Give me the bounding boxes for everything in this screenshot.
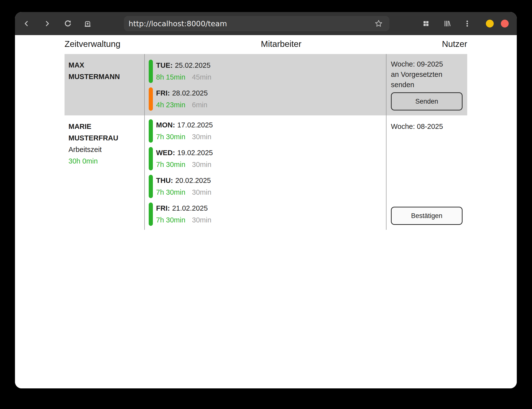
day-label: THU:	[156, 177, 173, 184]
entry-date-line: WED:19.02.2025	[156, 147, 213, 159]
entry-time-line: 7h 30min30min	[156, 131, 213, 143]
work-duration: 7h 30min	[156, 188, 185, 196]
entry-time-line: 4h 23min6min	[156, 99, 208, 111]
worktime-value: 30h 0min	[68, 155, 140, 167]
work-duration: 7h 30min	[156, 161, 185, 168]
work-duration: 7h 30min	[156, 216, 185, 224]
forward-button[interactable]	[44, 20, 50, 27]
employee-first-name: MAX	[68, 59, 140, 71]
status-bar	[149, 203, 153, 226]
address-bar: http://localhost:8000/team	[124, 16, 389, 31]
week-action-text: senden	[391, 80, 463, 90]
close-button[interactable]	[501, 20, 509, 27]
senden-button[interactable]: Senden	[391, 92, 463, 110]
entry-date: 20.02.2025	[175, 177, 211, 184]
week-action-cell: Woche: 08-2025 Bestätigen	[386, 115, 467, 230]
time-entry: TUE:25.02.2025 8h 15min45min	[149, 60, 386, 83]
employee-last-name: MUSTERFRAU	[68, 132, 140, 144]
status-bar	[149, 175, 153, 198]
status-bar	[149, 119, 153, 143]
back-button[interactable]	[23, 20, 30, 27]
pause-duration: 30min	[192, 216, 211, 224]
forward-icon	[44, 20, 50, 27]
page-nav: Zeitverwaltung Mitarbeiter Nutzer	[65, 35, 467, 52]
employee-name-cell: MARIE MUSTERFRAU Arbeitszeit 30h 0min	[65, 115, 144, 230]
pause-duration: 30min	[192, 161, 211, 168]
team-table: MAX MUSTERMANN TUE:25.02.2025 8h 15min45…	[65, 54, 467, 230]
status-bar	[149, 147, 153, 170]
bookmark-star-icon	[374, 19, 383, 28]
employee-row: MAX MUSTERMANN TUE:25.02.2025 8h 15min45…	[65, 54, 467, 115]
nav-mitarbeiter[interactable]: Mitarbeiter	[261, 39, 301, 49]
entry-date: 28.02.2025	[172, 89, 208, 97]
status-bar	[149, 60, 153, 83]
new-tab-button[interactable]	[84, 20, 92, 27]
entry-date-line: FRI:28.02.2025	[156, 87, 208, 99]
employee-first-name: MARIE	[68, 121, 140, 132]
day-label: FRI:	[156, 89, 170, 97]
nav-nutzer[interactable]: Nutzer	[442, 39, 467, 49]
nav-zeitverwaltung[interactable]: Zeitverwaltung	[65, 39, 120, 49]
tab-grid-icon	[422, 20, 430, 27]
menu-button[interactable]	[464, 20, 471, 27]
entry-date: 21.02.2025	[172, 204, 208, 212]
tab-overview-button[interactable]	[422, 20, 430, 27]
pause-duration: 45min	[192, 73, 211, 81]
day-label: FRI:	[156, 204, 170, 212]
time-entry: MON:17.02.2025 7h 30min30min	[149, 119, 386, 143]
entry-time-line: 7h 30min30min	[156, 187, 211, 198]
employee-row: MARIE MUSTERFRAU Arbeitszeit 30h 0min MO…	[65, 115, 467, 230]
browser-toolbar: http://localhost:8000/team	[15, 12, 517, 35]
entry-date: 25.02.2025	[175, 61, 211, 69]
work-duration: 4h 23min	[156, 101, 185, 109]
kebab-menu-icon	[464, 20, 471, 27]
entry-date-line: TUE:25.02.2025	[156, 60, 211, 71]
entry-date-line: FRI:21.02.2025	[156, 203, 211, 214]
status-bar	[149, 87, 153, 111]
work-duration: 7h 30min	[156, 133, 185, 141]
entry-time-line: 8h 15min45min	[156, 71, 211, 83]
time-entries-cell: MON:17.02.2025 7h 30min30min WED:19.02.2…	[144, 115, 386, 230]
time-entry: THU:20.02.2025 7h 30min30min	[149, 175, 386, 198]
minimize-button[interactable]	[486, 20, 494, 27]
employee-name-cell: MAX MUSTERMANN	[65, 54, 144, 115]
library-icon	[443, 20, 451, 27]
url-input[interactable]: http://localhost:8000/team	[129, 19, 389, 28]
time-entry: WED:19.02.2025 7h 30min30min	[149, 147, 386, 170]
work-duration: 8h 15min	[156, 73, 185, 81]
bestaetigen-button[interactable]: Bestätigen	[391, 207, 463, 225]
time-entries-cell: TUE:25.02.2025 8h 15min45min FRI:28.02.2…	[144, 54, 386, 115]
day-label: MON:	[156, 121, 175, 129]
desktop: { "browser": { "url": "http://localhost:…	[0, 0, 532, 409]
bookmark-button[interactable]	[374, 19, 383, 28]
week-label: Woche: 09-2025	[391, 59, 463, 69]
entry-time-line: 7h 30min30min	[156, 214, 211, 226]
week-action-text: an Vorgesetzten	[391, 69, 463, 80]
time-entry: FRI:21.02.2025 7h 30min30min	[149, 203, 386, 226]
employee-last-name: MUSTERMANN	[68, 71, 140, 82]
pause-duration: 6min	[192, 101, 207, 109]
day-label: WED:	[156, 149, 175, 157]
library-button[interactable]	[443, 20, 451, 27]
entry-date-line: MON:17.02.2025	[156, 119, 213, 131]
entry-date-line: THU:20.02.2025	[156, 175, 211, 187]
entry-time-line: 7h 30min30min	[156, 159, 213, 171]
back-icon	[23, 20, 30, 27]
time-entry: FRI:28.02.2025 4h 23min6min	[149, 87, 386, 111]
day-label: TUE:	[156, 61, 173, 69]
week-action-cell: Woche: 09-2025 an Vorgesetzten senden Se…	[386, 54, 467, 115]
pause-duration: 30min	[192, 188, 211, 196]
page-team: Zeitverwaltung Mitarbeiter Nutzer MAX MU…	[15, 35, 517, 388]
pause-duration: 30min	[192, 133, 211, 141]
worktime-label: Arbeitszeit	[68, 144, 140, 155]
new-tab-icon	[84, 20, 92, 27]
reload-button[interactable]	[64, 20, 72, 27]
entry-date: 17.02.2025	[177, 121, 213, 129]
week-label: Woche: 08-2025	[391, 121, 463, 132]
browser-window: http://localhost:8000/team	[15, 12, 517, 388]
entry-date: 19.02.2025	[177, 149, 213, 157]
reload-icon	[64, 20, 72, 27]
